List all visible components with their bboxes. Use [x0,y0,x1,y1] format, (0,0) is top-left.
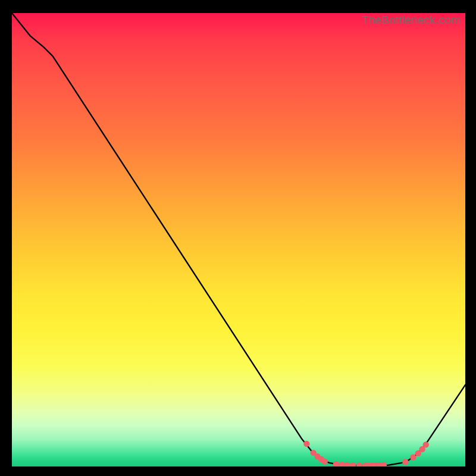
curve-marker [333,461,339,466]
plot-area: TheBottleneck.com [12,13,465,466]
curve-marker [402,459,408,465]
curve-marker [410,455,416,461]
curve-marker [350,462,356,466]
curve-marker [303,441,309,447]
curve-marker [339,462,345,466]
bottleneck-curve [12,13,465,466]
curve-marker [356,462,362,466]
curve-marker [381,462,387,467]
curve-marker [423,441,429,447]
curve-markers [303,441,429,466]
chart-frame: TheBottleneck.com [0,0,476,476]
curve-marker [322,458,328,464]
curve-marker [345,462,350,467]
chart-svg [12,13,465,466]
